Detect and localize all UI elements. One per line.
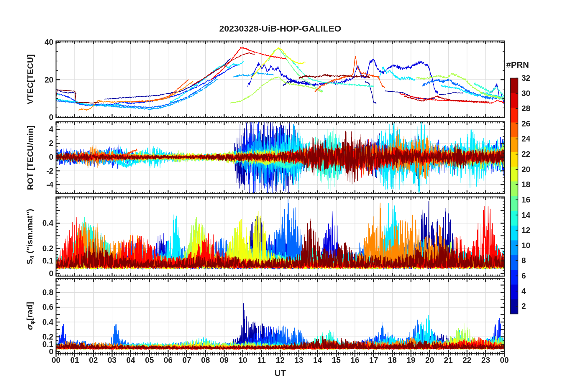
x-tick-label: 19 bbox=[406, 356, 415, 365]
x-tick-label: 05 bbox=[145, 356, 154, 365]
x-tick-label: 04 bbox=[126, 356, 135, 365]
x-tick-label: 18 bbox=[388, 356, 397, 365]
colorbar-tick-label: 32 bbox=[521, 74, 530, 83]
y-axis-label-vtec: VTEC[TECU] bbox=[26, 54, 35, 104]
x-tick-label: 15 bbox=[332, 356, 341, 365]
colorbar-tick-label: 18 bbox=[521, 180, 530, 189]
x-tick-label: 02 bbox=[89, 356, 98, 365]
y-axis-label-s4: S4 ("ism.mat") bbox=[25, 209, 36, 264]
chart-canvas bbox=[0, 0, 561, 392]
colorbar-tick-label: 2 bbox=[521, 302, 526, 311]
colorbar-tick-label: 26 bbox=[521, 119, 530, 128]
colorbar-tick-label: 28 bbox=[521, 104, 530, 113]
x-tick-label: 03 bbox=[108, 356, 117, 365]
colorbar-tick-label: 12 bbox=[521, 226, 530, 235]
colorbar-tick-label: 16 bbox=[521, 195, 530, 204]
figure: 20230328-UiB-HOP-GALILEO UT #PRN 0001020… bbox=[0, 0, 561, 392]
x-tick-label: 00 bbox=[52, 356, 60, 365]
colorbar-tick-label: 6 bbox=[521, 271, 526, 280]
x-tick-label: 22 bbox=[462, 356, 471, 365]
x-tick-label: 20 bbox=[425, 356, 434, 365]
y-tick-label: 0.8 bbox=[27, 288, 53, 297]
y-tick-label: 0 bbox=[27, 269, 53, 278]
x-axis-label: UT bbox=[275, 368, 286, 378]
x-tick-label: 14 bbox=[313, 356, 322, 365]
x-tick-label: 23 bbox=[481, 356, 490, 365]
chart-title: 20230328-UiB-HOP-GALILEO bbox=[219, 24, 341, 34]
colorbar-tick-label: 14 bbox=[521, 210, 530, 220]
x-tick-label: 07 bbox=[182, 356, 191, 365]
x-tick-label: 08 bbox=[201, 356, 210, 365]
colorbar-title: #PRN bbox=[506, 60, 529, 70]
x-tick-label: 00 bbox=[500, 356, 509, 365]
y-tick-label: 0 bbox=[27, 347, 53, 356]
x-tick-label: 17 bbox=[369, 356, 378, 365]
y-axis-label-rot: ROT [TECU/min] bbox=[26, 125, 35, 190]
x-tick-label: 21 bbox=[444, 356, 453, 365]
colorbar-tick-label: 8 bbox=[521, 256, 526, 265]
x-tick-label: 16 bbox=[350, 356, 359, 365]
y-axis-label-sigma-phi: σφ[rad] bbox=[25, 302, 36, 330]
colorbar-tick-label: 10 bbox=[521, 241, 530, 250]
y-tick-label: 0 bbox=[27, 113, 53, 122]
colorbar-tick-label: 24 bbox=[521, 134, 530, 144]
x-tick-label: 10 bbox=[238, 356, 247, 365]
x-tick-label: 12 bbox=[276, 356, 285, 365]
x-tick-label: 06 bbox=[164, 356, 173, 365]
x-tick-label: 13 bbox=[294, 356, 303, 365]
colorbar-tick-label: 30 bbox=[521, 89, 530, 98]
colorbar-tick-label: 4 bbox=[521, 286, 526, 296]
colorbar-tick-label: 22 bbox=[521, 150, 530, 159]
x-tick-label: 11 bbox=[257, 356, 266, 365]
y-tick-label: 40 bbox=[27, 38, 53, 47]
colorbar-tick-label: 20 bbox=[521, 165, 530, 174]
x-tick-label: 09 bbox=[220, 356, 229, 365]
x-tick-label: 01 bbox=[70, 356, 79, 365]
